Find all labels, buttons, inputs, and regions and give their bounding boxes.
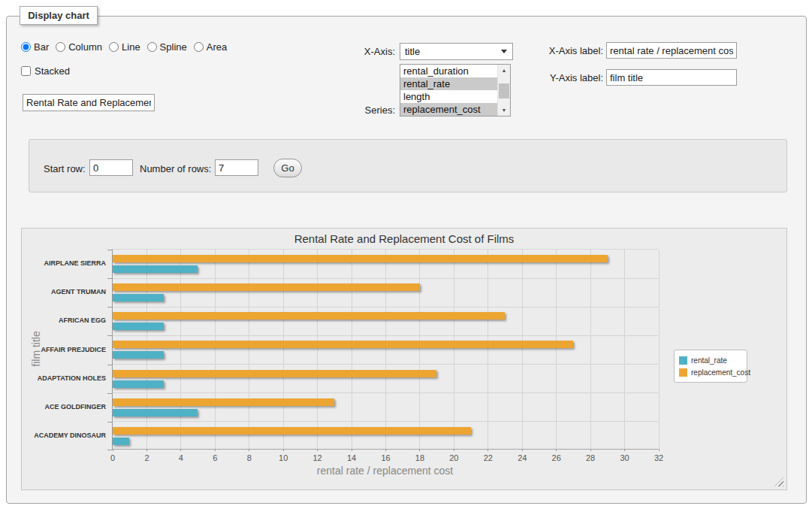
axis-tick — [556, 449, 557, 451]
chart-type-radio-spline[interactable] — [147, 42, 157, 52]
x-axis-select-label: X-Axis: — [329, 46, 395, 57]
chart-type-radio-line[interactable] — [109, 42, 119, 52]
x-axis-label-input[interactable] — [606, 42, 737, 59]
series-option-length[interactable]: length — [400, 90, 497, 103]
axis-tick — [590, 449, 591, 451]
chart-type-option-line[interactable]: Line — [109, 41, 140, 53]
gridline — [146, 250, 147, 449]
plot-area: 02468101214161820222426283032AIRPLANE SI… — [112, 249, 658, 450]
category-tick — [107, 422, 112, 423]
category-label: ACADEMY DINOSAUR — [24, 432, 106, 439]
x-tick-label: 28 — [578, 453, 602, 462]
scrollbar-thumb[interactable] — [499, 83, 509, 98]
x-tick-label: 14 — [340, 453, 364, 462]
bar-replacement_cost — [113, 398, 334, 406]
chart-type-label-spline: Spline — [160, 41, 187, 53]
chart-type-label-column: Column — [68, 41, 102, 53]
y-axis-label-input[interactable] — [606, 69, 737, 86]
category-tick — [107, 307, 112, 308]
x-tick-label: 26 — [545, 453, 569, 462]
category-label: AFRICAN EGG — [24, 317, 106, 324]
axis-tick — [624, 449, 625, 451]
bar-replacement_cost — [113, 255, 608, 262]
gridline — [556, 250, 557, 449]
fieldset-legend: Display chart — [20, 6, 98, 25]
gridline — [590, 250, 591, 449]
bar-rental_rate — [113, 409, 198, 417]
series-options: rental_durationrental_ratelengthreplacem… — [400, 65, 497, 116]
gridline — [113, 307, 658, 308]
bar-replacement_cost — [113, 370, 436, 377]
x-axis-title: rental rate / replacement cost — [112, 465, 658, 477]
x-tick-label: 20 — [442, 453, 466, 462]
gridline — [317, 250, 318, 449]
scroll-up-icon[interactable]: ▲ — [498, 65, 510, 76]
bar-replacement_cost — [113, 312, 505, 320]
chart-type-group: BarColumnLineSplineArea — [21, 40, 227, 53]
chart-title-input[interactable] — [23, 94, 155, 111]
chart-type-radio-area[interactable] — [194, 42, 204, 52]
chart-container: Rental Rate and Replacement Cost of Film… — [21, 228, 787, 490]
gridline — [113, 392, 658, 393]
gridline — [385, 250, 386, 449]
x-tick-label: 10 — [271, 453, 295, 462]
gridline — [419, 250, 420, 449]
chart-title: Rental Rate and Replacement Cost of Film… — [22, 232, 786, 245]
start-row-input[interactable] — [89, 159, 133, 176]
gridline — [113, 335, 658, 336]
row-range-panel: Start row: Number of rows: Go — [29, 139, 787, 192]
category-tick — [107, 250, 112, 250]
series-scrollbar[interactable]: ▲ ▼ — [497, 65, 510, 116]
scrollbar-track[interactable] — [498, 76, 510, 105]
chart-legend: rental_ratereplacement_cost — [674, 350, 747, 383]
stacked-option[interactable]: Stacked — [21, 65, 70, 77]
gridline — [454, 250, 454, 449]
chart-type-option-column[interactable]: Column — [56, 41, 102, 53]
resize-grip-icon[interactable] — [774, 477, 783, 486]
gridline — [113, 278, 658, 279]
series-multiselect[interactable]: rental_durationrental_ratelengthreplacem… — [400, 64, 511, 117]
axis-tick — [522, 449, 523, 451]
legend-item-rental_rate[interactable]: rental_rate — [679, 354, 742, 366]
x-tick-label: 32 — [647, 453, 671, 462]
category-label: AGENT TRUMAN — [24, 288, 106, 295]
go-button[interactable]: Go — [273, 159, 302, 177]
axis-tick — [352, 449, 352, 451]
gridline — [283, 250, 284, 449]
gridline — [215, 250, 216, 449]
x-tick-label: 2 — [134, 453, 158, 462]
series-option-replacement_cost[interactable]: replacement_cost — [400, 103, 497, 116]
axis-tick — [659, 449, 660, 451]
x-tick-label: 12 — [306, 453, 330, 462]
gridline — [180, 250, 181, 449]
chart-type-option-area[interactable]: Area — [194, 41, 227, 53]
x-axis-selected-value: title — [405, 46, 420, 57]
legend-swatch-replacement_cost — [679, 368, 687, 377]
scroll-down-icon[interactable]: ▼ — [498, 105, 510, 116]
x-tick-label: 8 — [237, 453, 261, 462]
axis-tick — [317, 449, 318, 451]
chart-type-option-spline[interactable]: Spline — [147, 41, 187, 53]
stacked-checkbox[interactable] — [21, 66, 31, 76]
legend-item-replacement_cost[interactable]: replacement_cost — [679, 366, 742, 378]
bar-replacement_cost — [113, 283, 420, 291]
axis-tick — [283, 449, 284, 451]
chart-type-radio-column[interactable] — [56, 42, 65, 52]
gridline — [659, 250, 660, 449]
x-axis-select[interactable]: title — [400, 43, 513, 60]
bar-replacement_cost — [113, 341, 573, 348]
chart-type-radio-bar[interactable] — [21, 42, 31, 52]
chart-type-option-bar[interactable]: Bar — [21, 41, 49, 53]
bar-replacement_cost — [113, 427, 471, 435]
series-option-rental_rate[interactable]: rental_rate — [400, 77, 497, 90]
gridline — [488, 250, 488, 449]
category-tick — [107, 365, 112, 365]
axis-tick — [454, 449, 454, 451]
bar-rental_rate — [113, 294, 164, 301]
legend-label: replacement_cost — [691, 368, 750, 377]
number-of-rows-input[interactable] — [215, 159, 258, 176]
gridline — [113, 364, 658, 365]
x-tick-label: 0 — [101, 453, 125, 462]
series-option-rental_duration[interactable]: rental_duration — [400, 65, 497, 77]
series-select-label: Series: — [329, 105, 395, 116]
